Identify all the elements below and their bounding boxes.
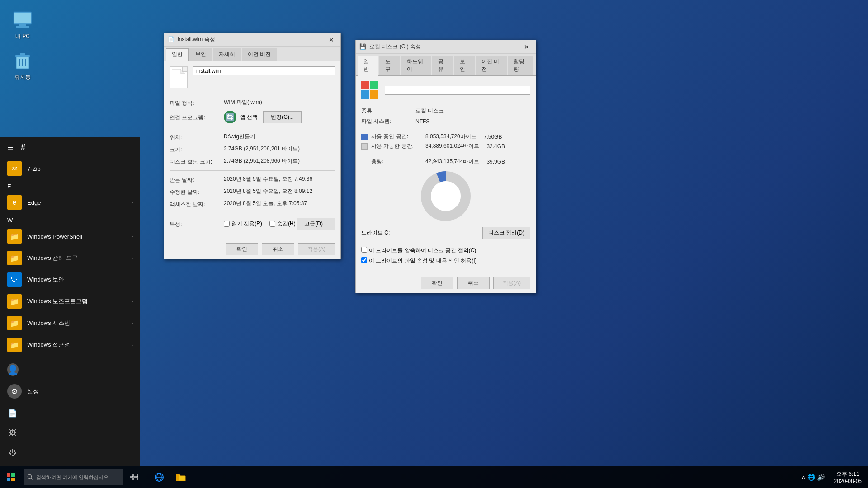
desktop-icon-mypc[interactable]: 내 PC [5,9,41,40]
taskbar-search[interactable]: 검색하려면 여기에 입력하십시오. [24,469,123,485]
security-label: Windows 보안 [27,276,64,284]
sidebar-item-mgmt[interactable]: 📁 Windows 관리 도구 › [0,247,140,269]
disk-c-close-btn[interactable]: ✕ [521,42,532,52]
file-type-value: WIM 파일(.wim) [224,99,335,106]
start-menu-header: ☰ # [0,137,140,158]
taskbar-ie-icon[interactable] [148,466,170,488]
separator-1 [170,94,335,94]
sidebar-item-7zip[interactable]: 7Z 7-Zip › [0,158,140,179]
disk-capacity-bytes: 42,943,135,744바이트 [425,158,479,165]
disk-cleanup-btn[interactable]: 디스크 정리(D) [482,227,530,239]
disk-c-apply-btn[interactable]: 적용(A) [493,277,530,289]
photos-item[interactable]: 🖼 [0,423,140,443]
index-checkbox[interactable] [361,257,367,263]
svg-point-16 [431,181,461,211]
disk-tab-sharing[interactable]: 공유 [432,56,453,75]
sidebar-item-accessories[interactable]: 📁 Windows 보조프로그램 › [0,291,140,312]
attributes-label: 특성: [170,220,224,228]
mypc-label: 내 PC [15,33,30,40]
hidden-checkbox[interactable] [269,221,275,227]
file-name-input[interactable] [193,66,335,75]
install-wim-close-btn[interactable]: ✕ [326,35,337,44]
disk-type-label: 종류: [361,107,415,115]
settings-item[interactable]: ⚙ 설정 [0,380,140,403]
disk-c-tabs: 일반 도구 하드웨어 공유 보안 이전 버전 할당량 [356,54,536,76]
power-item[interactable]: ⏻ [0,443,140,463]
desktop-icon-recycle[interactable]: 휴지통 [5,50,41,81]
compress-label: 이 드라이브를 압축하여 디스크 공간 절약(C) [369,247,476,254]
location-row: 위치: D:\wtg만들기 [170,133,335,141]
sidebar-item-security[interactable]: 🛡 Windows 보안 [0,269,140,291]
start-button[interactable] [0,466,22,488]
advanced-btn[interactable]: 고급(D)... [297,218,335,230]
docs-item[interactable]: 📄 [0,403,140,423]
file-type-row: 파일 형식: WIM 파일(.wim) [170,99,335,107]
sidebar-item-accessibility[interactable]: 📁 Windows 접근성 › [0,334,140,356]
install-wim-confirm-btn[interactable]: 확인 [226,243,258,255]
edge-icon: e [7,195,22,210]
readonly-label: 읽기 전용(R) [231,220,262,228]
readonly-checkbox[interactable] [224,221,230,227]
compress-checkbox[interactable] [361,247,367,253]
accessories-icon: 📁 [7,294,22,309]
location-value: D:\wtg만들기 [224,133,335,141]
disk-tab-previous[interactable]: 이전 버전 [476,56,507,75]
capacity-spacer [361,159,368,165]
security-icon: 🛡 [7,272,22,287]
tab-security[interactable]: 보안 [189,48,212,61]
taskbar-tray: ∧ 🌐 🔊 오후 6:11 2020-08-05 [798,470,868,484]
svg-rect-23 [130,474,133,477]
svg-rect-25 [130,478,133,480]
disk-sep-2 [361,129,530,129]
sidebar-item-system[interactable]: 📁 Windows 시스템 › [0,312,140,334]
sidebar-item-edge[interactable]: e Edge › [0,192,140,213]
disk-c-confirm-btn[interactable]: 확인 [421,277,453,289]
tab-general[interactable]: 일반 [166,48,189,61]
install-wim-content: 파일 형식: WIM 파일(.wim) 연결 프로그램: 🔄 앱 선택 변경(C… [164,61,340,239]
mgmt-icon: 📁 [7,251,22,265]
tray-network-icon[interactable]: 🌐 [807,474,815,481]
disk-icon-area [361,81,530,99]
change-btn[interactable]: 변경(C)... [263,111,302,123]
disk-sep-1 [361,103,530,103]
search-placeholder: 검색하려면 여기에 입력하십시오. [36,474,110,481]
task-view-btn[interactable] [123,466,145,488]
index-label: 이 드라이브의 파일 속성 및 내용 색인 허용(I) [369,257,477,265]
assoc-label: 연결 프로그램: [170,113,224,122]
created-label: 만든 날짜: [170,175,224,184]
sidebar-item-powershell[interactable]: 📁 Windows PowerShell › [0,225,140,247]
disk-name-input[interactable] [385,86,530,95]
disk-c-cancel-btn[interactable]: 취소 [457,277,490,289]
tab-details[interactable]: 자세히 [213,48,241,61]
powershell-chevron: › [132,234,133,239]
system-label: Windows 시스템 [27,319,70,327]
taskbar-clock-area[interactable]: 오후 6:11 2020-08-05 [830,470,862,484]
assoc-row: 연결 프로그램: 🔄 앱 선택 변경(C)... [170,111,335,123]
account-item[interactable]: 👤 [0,360,140,380]
tray-volume-icon[interactable]: 🔊 [817,474,825,481]
disk-free-row: 사용 가능한 공간: 34,889,601,024바이트 32.4GB [361,142,530,150]
mypc-icon [12,9,33,31]
disk-tab-tools[interactable]: 도구 [379,56,400,75]
disk-tab-hardware[interactable]: 하드웨어 [401,56,431,75]
system-chevron: › [132,321,133,326]
install-wim-cancel-btn[interactable]: 취소 [262,243,294,255]
tray-icons: ∧ 🌐 🔊 [802,474,826,481]
install-wim-apply-btn[interactable]: 적용(A) [298,243,335,255]
svg-rect-10 [361,81,369,89]
disk-tab-quota[interactable]: 할당량 [508,56,533,75]
start-menu: ☰ # 7Z 7-Zip › E e Edge › W 📁 [0,137,140,466]
disk-tab-security[interactable]: 보안 [454,56,475,75]
file-type-label: 파일 형식: [170,99,224,107]
hamburger-icon[interactable]: ☰ [7,143,14,152]
assoc-value: 앱 선택 [240,113,258,121]
svg-rect-19 [7,478,10,481]
disk-tab-general[interactable]: 일반 [358,56,378,76]
size-label: 크기: [170,145,224,154]
photos-icon: 🖼 [7,427,18,438]
taskbar-explorer-icon[interactable] [170,466,192,488]
checkbox-row: 읽기 전용(R) 숨김(H) [224,220,296,228]
tab-previous[interactable]: 이전 버전 [242,48,277,61]
tray-chevron[interactable]: ∧ [802,474,806,480]
disk-free-gb: 32.4GB [486,143,505,150]
